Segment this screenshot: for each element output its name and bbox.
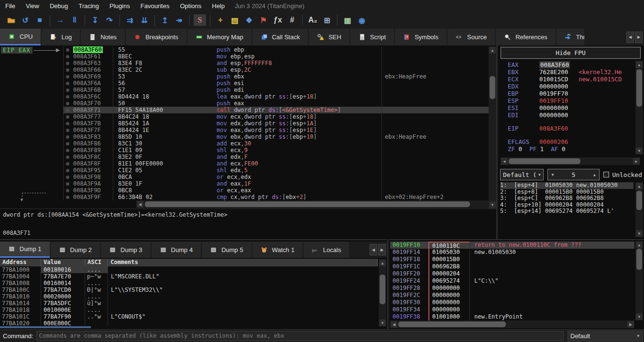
run-icon[interactable]: → (54, 14, 66, 26)
disasm-row[interactable]: 008A3F89C1E1 09shl ecx,9 (64, 147, 489, 154)
disasm-row[interactable]: 008A3F6B57push edi (64, 87, 489, 93)
disasm-row[interactable]: 008A3F9D0BC8or ecx,eax (64, 187, 489, 194)
comments-icon[interactable]: ▤ (229, 14, 241, 26)
dump-tab-dump-2[interactable]: Dump 2 (51, 242, 100, 258)
view-tab-memory-map[interactable]: Memory Map (187, 29, 251, 45)
argument-row[interactable]: 3: [esp+C] 006962B8 006962B8 (500, 195, 633, 202)
tab-scroll-left-icon[interactable]: ◀ (370, 244, 377, 255)
register-row-ebx[interactable]: EBX7628E200<kernel32.He (508, 68, 633, 76)
stack-row[interactable]: 0019FF2000000204 (390, 270, 634, 277)
breakpoint-dot[interactable] (64, 46, 71, 53)
scroll-thumb[interactable] (490, 76, 495, 99)
dump-tab-dump-1[interactable]: Dump 1 (0, 242, 50, 258)
breakpoint-dot[interactable] (64, 160, 71, 167)
menu-tracing[interactable]: Tracing (73, 1, 104, 11)
stack-row[interactable]: 0019FF2C00000000 (390, 292, 634, 299)
disasm-row[interactable]: 008A3F7F8B4424 1Emov eax,dword ptr ss:[e… (64, 127, 489, 133)
stack-row[interactable]: 0019FF2800000000 (390, 285, 634, 292)
breakpoint-dot[interactable] (64, 80, 71, 87)
disasm-row[interactable]: 008A3F618BECmov ebp,esp (64, 53, 489, 60)
trace-over-icon[interactable]: ⇊ (138, 14, 151, 26)
view-tab-cpu[interactable]: CPU (0, 29, 41, 45)
attach-icon[interactable]: ⊞ (321, 14, 333, 26)
breakpoint-dot[interactable] (64, 127, 71, 133)
disasm-row[interactable]: 008A3F6C8D4424 18lea eax,dword ptr ss:[e… (64, 93, 489, 100)
scroll-thumb[interactable] (398, 321, 506, 327)
register-row-esi[interactable]: ESI00000000 (508, 104, 633, 111)
menu-favourites[interactable]: Favourites (135, 1, 175, 11)
disasm-row[interactable]: 008A3F980BCAor ecx,edx (64, 174, 489, 180)
stack-row[interactable]: 0019FF100100110Creturn to new.0100110C f… (390, 242, 634, 249)
labels-icon[interactable]: ❖ (243, 14, 255, 26)
functions-icon[interactable]: ƒx (272, 14, 284, 26)
dump-hscrollbar[interactable] (0, 326, 91, 328)
scroll-up-arrow[interactable]: ▲ (379, 260, 386, 266)
dump-header-comments[interactable]: Comments (108, 259, 378, 266)
dump-row[interactable]: 77BA100800160014.... (0, 280, 378, 287)
view-tab-thr[interactable]: Thr (557, 29, 584, 45)
step-over-icon[interactable]: ↷ (103, 14, 116, 26)
register-row-eip[interactable]: EIP008A3F60 (508, 125, 633, 132)
view-tab-source[interactable]: <>Source (448, 29, 495, 45)
dump-tab-watch-1[interactable]: Watch 1 (252, 242, 303, 258)
stack-vscrollbar[interactable]: ▲ ▼ (635, 241, 643, 320)
stack-row[interactable]: 0019FF3801001000new.EntryPoint (390, 313, 634, 320)
dump-header-address[interactable]: Address (0, 259, 41, 266)
tab-scroll-left-icon[interactable]: ◀ (626, 32, 634, 43)
register-row-edi[interactable]: EDI00000000 (508, 111, 633, 119)
view-tab-references[interactable]: References (496, 29, 555, 45)
breakpoint-dot[interactable] (64, 87, 71, 93)
register-row-ebp[interactable]: EBP0019FF70 (508, 90, 633, 97)
dump-row[interactable]: 77BA100000180016.... (0, 266, 378, 273)
scroll-thumb[interactable] (509, 158, 580, 164)
scroll-left-arrow[interactable]: ◀ (391, 321, 397, 328)
open-file-icon[interactable] (5, 14, 17, 26)
disasm-row[interactable]: 008A3F7050push eax (64, 100, 489, 107)
patch-icon[interactable]: + (214, 14, 227, 26)
breakpoint-dot[interactable] (64, 194, 71, 200)
scroll-down-arrow[interactable]: ▼ (636, 230, 643, 237)
bookmarks-icon[interactable]: ⚑ (257, 14, 270, 26)
argument-row[interactable]: 4: [esp+10] 00000204 00000204 (500, 202, 633, 209)
view-tab-notes[interactable]: Notes (81, 29, 125, 45)
scroll-up-arrow[interactable]: ▲ (489, 47, 496, 54)
breakpoint-dot[interactable] (64, 53, 71, 60)
scroll-up-arrow[interactable]: ▲ (636, 61, 643, 68)
disassembly-hscrollbar[interactable]: ◀ (136, 200, 489, 208)
calculator-icon[interactable]: ▦ (341, 14, 354, 26)
menu-file[interactable]: File (0, 1, 21, 11)
dump-vscrollbar[interactable]: ▲ ▼ (379, 259, 386, 327)
disasm-row[interactable]: 008A3F8C83E2 0Fand edx,F (64, 154, 489, 160)
register-row-edx[interactable]: EDX00000000 (508, 83, 633, 90)
scroll-right-arrow[interactable]: ▶ (627, 321, 634, 328)
dump-tab-dump-3[interactable]: Dump 3 (101, 242, 151, 258)
menu-options[interactable]: Options (175, 1, 207, 11)
scroll-right-arrow[interactable]: ▶ (633, 158, 640, 165)
spinner-up-icon[interactable]: ▲ (589, 173, 599, 177)
register-row-eflags[interactable]: EFLAGS00000206 (508, 138, 633, 145)
scroll-up-arrow[interactable]: ▲ (636, 242, 643, 248)
dump-tab-dump-5[interactable]: Dump 5 (202, 242, 251, 258)
disassembly-vscrollbar[interactable]: ▲ ▼ (489, 46, 496, 209)
disasm-row[interactable]: 008A3F7B8B5424 1Amov edx,dword ptr ss:[e… (64, 120, 489, 127)
checkbox-box[interactable] (603, 172, 609, 177)
view-tab-log[interactable]: Log (42, 29, 80, 45)
disasm-row[interactable]: 008A3F838B5D 10mov ebx,dword ptr ss:[ebp… (64, 133, 489, 140)
register-row-eax[interactable]: EAX008A3F60 (508, 61, 633, 68)
argument-row[interactable]: 5: [esp+14] 00695274 00695274 L' (500, 208, 633, 215)
stack-hscrollbar[interactable]: ◀ ▶ (390, 320, 634, 328)
argument-row[interactable]: 2: [esp+8] 000015B0 000015B0 (500, 189, 633, 196)
dump-row[interactable]: 77BA100C77BA7CD0Ð|°wL"\\SYSTEM32\\" (0, 287, 378, 293)
debug-globe-icon[interactable]: ◉ (356, 14, 368, 26)
breakpoint-dot[interactable] (64, 120, 71, 127)
scroll-down-arrow[interactable]: ▼ (636, 313, 643, 320)
menu-debug[interactable]: Debug (44, 1, 73, 11)
disasm-row[interactable]: 008A3F8F81E1 00FE0000and ecx,FE00 (64, 160, 489, 167)
dump-tab-locals[interactable]: |x=Locals (304, 242, 349, 258)
breakpoint-dot[interactable] (64, 174, 71, 180)
disasm-row[interactable]: 008A3F95C1E2 05shl edx,5 (64, 167, 489, 174)
scroll-thumb[interactable] (636, 191, 642, 210)
tab-scroll-right-icon[interactable]: ▶ (378, 244, 386, 255)
scroll-thumb[interactable] (636, 249, 642, 270)
registers-hscrollbar[interactable]: ◀ ▶ (501, 157, 640, 165)
